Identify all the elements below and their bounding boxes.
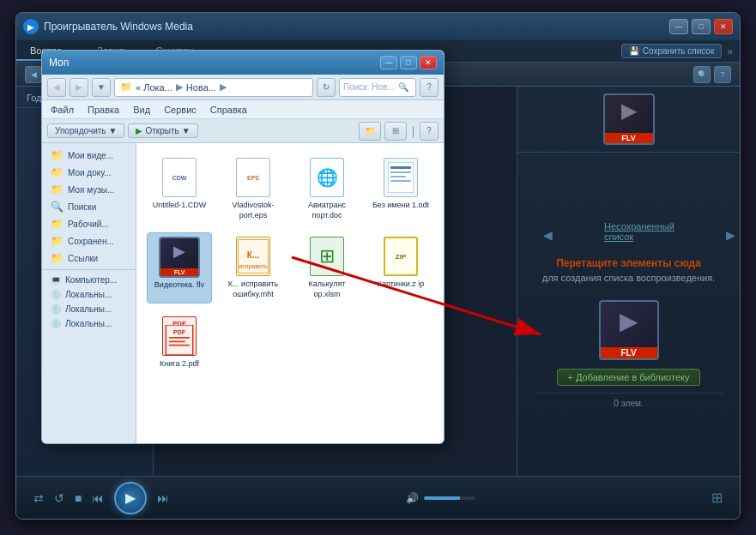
- dialog-help-button[interactable]: ?: [420, 78, 438, 97]
- dialog-titlebar: Mon — □ ✕: [42, 51, 444, 75]
- dialog-maximize-button[interactable]: □: [400, 56, 417, 69]
- dialog-body: 📁 Мои виде... 📁 Мои доку... 📁 Моя музы..…: [42, 143, 444, 443]
- divider: [535, 393, 723, 394]
- play-pause-button[interactable]: ▶: [114, 482, 147, 514]
- dialog-search-bar: Поиск: Нов... 🔍: [339, 78, 416, 97]
- dialog-sidebar: 📁 Мои виде... 📁 Мои доку... 📁 Моя музы..…: [42, 143, 136, 443]
- playlist-next-arrow[interactable]: ▶: [726, 228, 735, 242]
- zip-icon: ZIP: [384, 237, 418, 276]
- file-item-odt[interactable]: Без имени 1.odt: [368, 153, 433, 224]
- sidebar-saved[interactable]: 📁 Сохранен...: [42, 232, 136, 249]
- prev-button[interactable]: ⏮: [92, 491, 104, 505]
- pdf-icon: PDF: [162, 316, 197, 356]
- organize-button[interactable]: Упорядочить ▼: [47, 123, 124, 138]
- dialog-close-button[interactable]: ✕: [420, 56, 437, 69]
- volume-icon[interactable]: 🔊: [406, 492, 419, 504]
- svg-rect-1: [390, 166, 411, 169]
- back-button[interactable]: ◀: [25, 66, 42, 83]
- svg-text:PDF: PDF: [173, 328, 186, 334]
- view-options-icon[interactable]: ⊞: [384, 122, 407, 141]
- next-button[interactable]: ⏭: [157, 491, 169, 505]
- file-item-cdw[interactable]: Untitled-1.CDW: [147, 153, 212, 224]
- dialog-footer: ▶ FLV Видеотека.flv KMP -Video File: [42, 443, 444, 444]
- menu-tools[interactable]: Сервис: [162, 105, 198, 115]
- organize-arrow-icon: ▼: [109, 126, 118, 135]
- dialog-menu-bar: Файл Правка Вид Сервис Справка: [42, 100, 444, 119]
- disk-icon-3: 💿: [51, 319, 61, 328]
- file-item-xlsx[interactable]: Калькулят ор.xlsm: [294, 232, 360, 303]
- file-item-flv[interactable]: ▶ FLV Видеотека. flv: [147, 232, 212, 303]
- menu-help[interactable]: Справка: [209, 105, 249, 115]
- unsaved-list-label[interactable]: Несохраненный список: [604, 221, 674, 242]
- volume-control: 🔊: [406, 492, 475, 504]
- new-folder-icon[interactable]: 📁: [359, 122, 381, 141]
- sidebar-computer[interactable]: 💻 Компьютер...: [42, 273, 136, 287]
- dialog-refresh-button[interactable]: ↻: [317, 78, 336, 97]
- search-button[interactable]: 🔍: [693, 66, 711, 83]
- doc-icon: [310, 158, 344, 197]
- computer-icon: 💻: [51, 275, 61, 285]
- folder-icon-3: 📁: [51, 183, 64, 195]
- file-name-xlsx: Калькулят ор.xlsm: [298, 280, 356, 299]
- dialog-search-icon[interactable]: 🔍: [398, 82, 408, 92]
- open-label: Открыть: [145, 126, 178, 135]
- file-explorer-dialog: Mon — □ ✕ ◀ ▶ ▼ 📁 « Лока... ▶ Нова... ▶ …: [41, 50, 445, 444]
- dialog-title: Mon: [49, 57, 380, 69]
- playlist-nav: ◀ Несохраненный список ▶: [535, 221, 723, 249]
- wmp-maximize-button[interactable]: □: [692, 19, 711, 34]
- right-panel: ▶ FLV ◀ Несохраненный список ▶ Перетащит…: [517, 87, 740, 476]
- sidebar-disk-d[interactable]: 💿 Локальны...: [42, 302, 136, 316]
- menu-view[interactable]: Вид: [131, 105, 152, 115]
- svg-rect-4: [390, 180, 411, 182]
- file-item-eps[interactable]: Vladivostok-port.eps: [221, 153, 286, 224]
- sidebar-disk-c[interactable]: 💿 Локальны...: [42, 287, 136, 302]
- dialog-minimize-button[interactable]: —: [380, 56, 397, 69]
- file-item-doc[interactable]: Авиатранс порт.doc: [294, 153, 360, 224]
- svg-text:исправить: исправить: [239, 263, 268, 270]
- sidebar-divider: [42, 269, 136, 270]
- file-name-mht: К... исправить ошибку.mht: [224, 280, 282, 299]
- volume-slider[interactable]: [424, 496, 475, 500]
- path-part-2[interactable]: Нова...: [186, 82, 216, 93]
- svg-rect-10: [169, 337, 191, 339]
- view-grid-button[interactable]: ⊞: [711, 490, 723, 506]
- sidebar-desktop[interactable]: 📁 Рабочий...: [42, 215, 136, 232]
- file-icon-wrapper-flv: ▶ FLV: [159, 237, 200, 278]
- more-options-icon[interactable]: »: [727, 45, 733, 57]
- sidebar-searches[interactable]: 🔍 Поиски: [42, 198, 136, 215]
- wmp-close-button[interactable]: ✕: [714, 19, 733, 34]
- add-to-library-button[interactable]: + Добавление в библиотеку: [557, 369, 701, 386]
- file-item-mht[interactable]: К... исправить К... исправить ошибку.mht: [221, 232, 286, 303]
- file-name-eps: Vladivostok-port.eps: [224, 201, 282, 220]
- wmp-minimize-button[interactable]: —: [669, 19, 688, 34]
- playlist-prev-arrow[interactable]: ◀: [543, 228, 553, 242]
- path-part-1[interactable]: « Лока...: [136, 82, 172, 93]
- repeat-button[interactable]: ↺: [54, 491, 64, 505]
- save-list-button[interactable]: 💾 Сохранить список: [621, 44, 723, 58]
- dialog-forward-button[interactable]: ▶: [70, 78, 88, 97]
- open-button[interactable]: ▶ Открыть ▼: [128, 123, 197, 138]
- disk-icon-1: 💿: [51, 290, 61, 299]
- file-item-pdf[interactable]: PDF Книга 2.pdf: [147, 312, 212, 373]
- sidebar-links[interactable]: 📁 Ссылки: [42, 249, 136, 267]
- dialog-path-bar: 📁 « Лока... ▶ Нова... ▶: [114, 78, 313, 97]
- help-button[interactable]: ?: [714, 66, 731, 83]
- playlist-area: ◀ Несохраненный список ▶ Перетащите элем…: [517, 153, 740, 476]
- dialog-back-button[interactable]: ◀: [47, 78, 66, 97]
- dialog-up-button[interactable]: ▼: [92, 78, 111, 97]
- sidebar-my-music[interactable]: 📁 Моя музы...: [42, 181, 136, 198]
- shuffle-button[interactable]: ⇄: [33, 491, 44, 505]
- stop-button[interactable]: ■: [75, 491, 82, 505]
- file-item-zip[interactable]: ZIP Картинки.z ip: [368, 232, 433, 303]
- folder-icon-7: 📁: [51, 252, 64, 264]
- floppy-icon: 💾: [629, 46, 639, 56]
- sidebar-my-videos[interactable]: 📁 Мои виде...: [42, 147, 136, 164]
- sidebar-my-docs[interactable]: 📁 Мои доку...: [42, 164, 136, 181]
- sidebar-disk-e[interactable]: 💿 Локальны...: [42, 316, 136, 331]
- help-icon[interactable]: ?: [420, 122, 438, 141]
- path-icon: 📁: [120, 81, 132, 93]
- menu-file[interactable]: Файл: [49, 105, 76, 115]
- big-flv-icon: ▶ FLV: [599, 300, 659, 360]
- file-name-flv: Видеотека. flv: [154, 280, 204, 291]
- menu-edit[interactable]: Правка: [86, 105, 121, 115]
